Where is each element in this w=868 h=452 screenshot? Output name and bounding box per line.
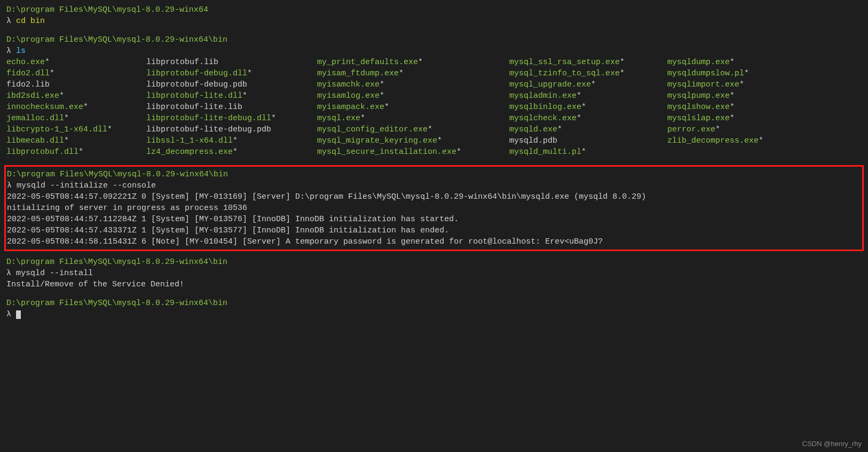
ls-item: mysql_ssl_rsa_setup.exe* xyxy=(509,57,667,68)
ls-item: fido2.lib xyxy=(6,79,146,90)
command-block-cursor: D:\program Files\MySQL\mysql-8.0.29-winx… xyxy=(6,298,862,320)
ls-item: zlib_decompress.exe* xyxy=(667,135,763,146)
ls-item: mysqld_multi.pl* xyxy=(509,146,667,158)
terminal[interactable]: D:\program Files\MySQL\mysql-8.0.29-winx… xyxy=(6,4,862,320)
ls-item: mysqld.pdb xyxy=(509,135,667,146)
ls-item: libprotobuf-debug.dll* xyxy=(146,68,317,79)
output-line: nitializing of server in progress as pro… xyxy=(7,202,861,214)
ls-item: mysql_upgrade.exe* xyxy=(509,79,667,90)
ls-item: libprotobuf-lite-debug.pdb xyxy=(146,124,317,135)
ls-row: ibd2sdi.exe*libprotobuf-lite.dll*myisaml… xyxy=(6,90,862,102)
ls-item: mysql.exe* xyxy=(317,113,509,124)
ls-item: lz4_decompress.exe* xyxy=(146,146,317,158)
ls-item: libprotobuf-debug.pdb xyxy=(146,79,317,90)
ls-item: mysqlslap.exe* xyxy=(667,113,735,124)
ls-item: myisamlog.exe* xyxy=(317,90,509,102)
ls-item: libcrypto-1_1-x64.dll* xyxy=(6,124,146,135)
ls-item: mysql_secure_installation.exe* xyxy=(317,146,509,158)
ls-item: myisam_ftdump.exe* xyxy=(317,68,509,79)
ls-item: libprotobuf-lite.dll* xyxy=(146,90,317,102)
command-line-install: λ mysqld --install xyxy=(6,268,862,279)
ls-item: mysqldumpslow.pl* xyxy=(667,68,749,79)
command-line-cd: λ cd bin xyxy=(6,15,862,27)
ls-item: mysqlpump.exe* xyxy=(667,90,735,102)
output-line: 2022-05-05T08:44:58.115431Z 6 [Note] [MY… xyxy=(7,236,861,247)
ls-item: mysqlcheck.exe* xyxy=(509,113,667,124)
command-line-ls: λ ls xyxy=(6,45,862,57)
ls-item: libprotobuf.lib xyxy=(146,57,317,68)
ls-item: mysqld.exe* xyxy=(509,124,667,135)
ls-item: libssl-1_1-x64.dll* xyxy=(146,135,317,146)
ls-item: mysqldump.exe* xyxy=(667,57,735,68)
ls-item: mysqlimport.exe* xyxy=(667,79,744,90)
ls-item: innochecksum.exe* xyxy=(6,102,146,113)
cwd-path: D:\program Files\MySQL\mysql-8.0.29-winx… xyxy=(7,169,861,180)
ls-item: ibd2sdi.exe* xyxy=(6,90,146,102)
ls-row: libprotobuf.dll*lz4_decompress.exe*mysql… xyxy=(6,146,862,158)
cwd-path: D:\program Files\MySQL\mysql-8.0.29-winx… xyxy=(6,4,862,15)
ls-row: libcrypto-1_1-x64.dll*libprotobuf-lite-d… xyxy=(6,124,862,135)
ls-item: mysqladmin.exe* xyxy=(509,90,667,102)
ls-item: jemalloc.dll* xyxy=(6,113,146,124)
ls-item: libprotobuf-lite-debug.dll* xyxy=(146,113,317,124)
output-line: 2022-05-05T08:44:57.112284Z 1 [System] [… xyxy=(7,214,861,225)
ls-item: my_print_defaults.exe* xyxy=(317,57,509,68)
ls-item: perror.exe* xyxy=(667,124,720,135)
watermark: CSDN @henry_rhy xyxy=(802,439,862,449)
init-output: 2022-05-05T08:44:57.092221Z 0 [System] [… xyxy=(7,191,861,247)
ls-item: mysqlshow.exe* xyxy=(667,102,735,113)
ls-item: echo.exe* xyxy=(6,57,146,68)
install-output: Install/Remove of the Service Denied! xyxy=(6,279,862,290)
command-line-cursor[interactable]: λ xyxy=(6,309,862,320)
ls-row: innochecksum.exe*libprotobuf-lite.libmyi… xyxy=(6,102,862,113)
command-block-ls: D:\program Files\MySQL\mysql-8.0.29-winx… xyxy=(6,34,862,158)
ls-item: libprotobuf.dll* xyxy=(6,146,146,158)
cwd-path: D:\program Files\MySQL\mysql-8.0.29-winx… xyxy=(6,34,862,45)
command-line-init: λ mysqld --initialize --console xyxy=(7,180,861,191)
cwd-path: D:\program Files\MySQL\mysql-8.0.29-winx… xyxy=(6,298,862,309)
ls-item: mysql_tzinfo_to_sql.exe* xyxy=(509,68,667,79)
ls-row: echo.exe*libprotobuf.libmy_print_default… xyxy=(6,57,862,68)
ls-row: fido2.liblibprotobuf-debug.pdbmyisamchk.… xyxy=(6,79,862,90)
ls-row: fido2.dll*libprotobuf-debug.dll*myisam_f… xyxy=(6,68,862,79)
ls-item: fido2.dll* xyxy=(6,68,146,79)
ls-output: echo.exe*libprotobuf.libmy_print_default… xyxy=(6,57,862,158)
ls-item: mysql_migrate_keyring.exe* xyxy=(317,135,509,146)
ls-row: jemalloc.dll*libprotobuf-lite-debug.dll*… xyxy=(6,113,862,124)
ls-item: libmecab.dll* xyxy=(6,135,146,146)
ls-item: mysql_config_editor.exe* xyxy=(317,124,509,135)
output-line: 2022-05-05T08:44:57.433371Z 1 [System] [… xyxy=(7,225,861,236)
ls-item: mysqlbinlog.exe* xyxy=(509,102,667,113)
cursor-icon xyxy=(16,310,21,319)
ls-row: libmecab.dll*libssl-1_1-x64.dll*mysql_mi… xyxy=(6,135,862,146)
command-block-install: D:\program Files\MySQL\mysql-8.0.29-winx… xyxy=(6,256,862,290)
cwd-path: D:\program Files\MySQL\mysql-8.0.29-winx… xyxy=(6,256,862,268)
ls-item: libprotobuf-lite.lib xyxy=(146,102,317,113)
ls-item: myisamchk.exe* xyxy=(317,79,509,90)
highlighted-block: D:\program Files\MySQL\mysql-8.0.29-winx… xyxy=(4,165,864,251)
output-line: 2022-05-05T08:44:57.092221Z 0 [System] [… xyxy=(7,191,861,202)
command-block-cd: D:\program Files\MySQL\mysql-8.0.29-winx… xyxy=(6,4,862,27)
ls-item: myisampack.exe* xyxy=(317,102,509,113)
